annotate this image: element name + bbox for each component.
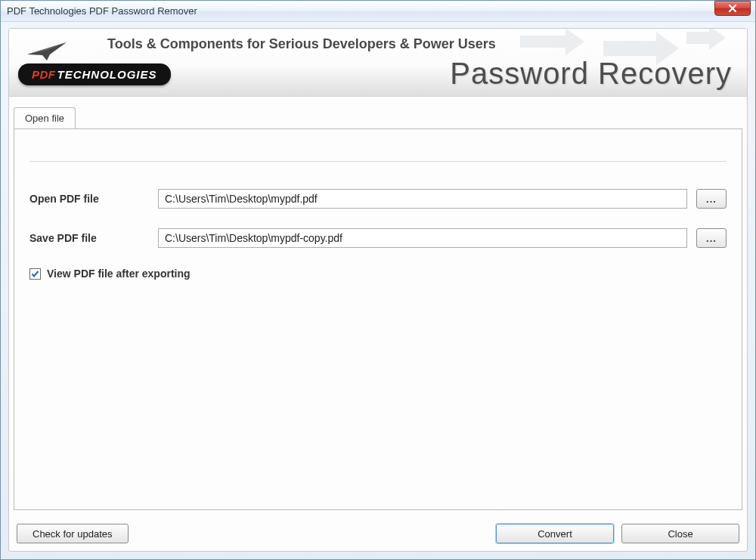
tab-open-file[interactable]: Open file (14, 107, 76, 128)
header-text: Tools & Components for Serious Developer… (107, 36, 732, 91)
save-file-browse-button[interactable]: ... (696, 228, 727, 248)
header-band: PDF TECHNOLOGIES Tools & Components for … (9, 29, 747, 97)
titlebar[interactable]: PDF Technologies PDF Password Remover (1, 1, 755, 22)
tab-panel-open-file: Open PDF file ... Save PDF file ... View… (14, 128, 742, 510)
app-window: PDF Technologies PDF Password Remover (0, 0, 756, 560)
content-pane: PDF TECHNOLOGIES Tools & Components for … (8, 28, 748, 552)
view-after-label: View PDF file after exporting (47, 268, 191, 280)
save-file-input[interactable] (158, 228, 687, 248)
close-icon (728, 4, 737, 13)
open-file-browse-button[interactable]: ... (696, 189, 727, 209)
convert-button[interactable]: Convert (496, 524, 614, 543)
app-name-heading: Password Recovery (107, 57, 732, 91)
brand-text-pdf: PDF (32, 68, 56, 81)
open-file-row: Open PDF file ... (29, 189, 727, 209)
window-title: PDF Technologies PDF Password Remover (7, 5, 197, 17)
divider (29, 161, 727, 162)
checkmark-icon (31, 270, 39, 278)
save-file-label: Save PDF file (29, 232, 158, 244)
tagline: Tools & Components for Serious Developer… (107, 36, 732, 52)
view-after-checkbox[interactable] (29, 268, 41, 280)
svg-marker-0 (27, 42, 67, 60)
view-after-row: View PDF file after exporting (29, 268, 727, 280)
paper-plane-icon (24, 39, 70, 62)
open-file-input[interactable] (158, 189, 687, 209)
window-close-button[interactable] (714, 1, 751, 16)
close-button[interactable]: Close (621, 524, 739, 543)
footer-right-group: Convert Close (496, 524, 739, 543)
check-updates-button[interactable]: Check for updates (17, 524, 129, 543)
open-file-label: Open PDF file (29, 193, 158, 205)
tabs-row: Open file (9, 107, 747, 128)
save-file-row: Save PDF file ... (29, 228, 727, 248)
footer-row: Check for updates Convert Close (9, 516, 747, 551)
